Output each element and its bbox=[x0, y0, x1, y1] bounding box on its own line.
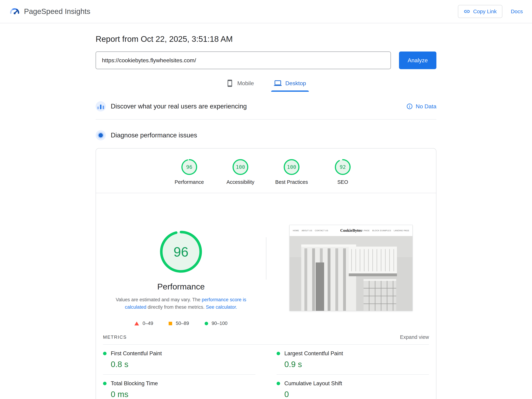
no-data-label: No Data bbox=[416, 103, 436, 110]
no-data-link[interactable]: No Data bbox=[406, 103, 436, 110]
score-value: 100 bbox=[232, 159, 249, 175]
score-performance[interactable]: 96 Performance bbox=[169, 159, 209, 185]
screenshot-site-header: HOME ABOUT US CONTACT US CookieBytes PRI… bbox=[290, 225, 412, 236]
legend-label: 50–89 bbox=[176, 321, 189, 326]
score-gauge: 92 bbox=[335, 159, 351, 175]
expand-view-button[interactable]: Expand view bbox=[400, 334, 429, 340]
metric-name: Largest Contentful Paint bbox=[284, 350, 343, 357]
score-best-practices[interactable]: 100 Best Practices bbox=[271, 159, 312, 185]
screenshot-nav-item: HOME bbox=[293, 229, 299, 232]
see-calculator-link[interactable]: See calculator. bbox=[206, 304, 237, 310]
score-value: 92 bbox=[335, 159, 351, 175]
performance-panel: 96 Performance Values are estimated and … bbox=[96, 193, 436, 326]
score-accessibility[interactable]: 100 Accessibility bbox=[220, 159, 261, 185]
screenshot-nav-item: PRICING PAGE bbox=[355, 229, 370, 232]
app-logo-link[interactable]: PageSpeed Insights bbox=[9, 6, 90, 17]
performance-gauge: 96 bbox=[159, 230, 203, 274]
metric-cumulative-layout-shift[interactable]: Cumulative Layout Shift 0 bbox=[277, 375, 429, 399]
laptop-icon bbox=[274, 79, 282, 87]
performance-gauge-column: 96 Performance Values are estimated and … bbox=[96, 193, 266, 326]
legend-average: 50–89 bbox=[169, 321, 189, 326]
link-icon bbox=[463, 8, 470, 15]
score-disclaimer: Values are estimated and may vary. The p… bbox=[112, 296, 250, 311]
metric-value: 0 ms bbox=[111, 389, 255, 399]
url-form: Analyze bbox=[96, 51, 436, 69]
score-gauge: 100 bbox=[283, 159, 300, 175]
metric-value: 0 bbox=[284, 389, 429, 399]
screenshot-nav-item: ABOUT US bbox=[302, 229, 312, 232]
field-data-icon bbox=[96, 101, 106, 112]
metric-name: First Contentful Paint bbox=[111, 350, 162, 357]
lab-data-section: Diagnose performance issues bbox=[96, 130, 436, 140]
field-data-section: Discover what your real users are experi… bbox=[96, 101, 436, 120]
score-seo[interactable]: 92 SEO bbox=[323, 159, 363, 185]
metric-name: Cumulative Layout Shift bbox=[284, 380, 342, 387]
metrics-section: METRICS Expand view First Contentful Pai… bbox=[96, 334, 436, 399]
metric-value: 0.9 s bbox=[284, 360, 429, 369]
performance-score-value: 96 bbox=[159, 230, 203, 274]
green-circle-icon bbox=[103, 352, 107, 355]
app-title: PageSpeed Insights bbox=[24, 7, 90, 16]
info-icon bbox=[406, 103, 413, 110]
metric-first-contentful-paint[interactable]: First Contentful Paint 0.8 s bbox=[103, 345, 255, 375]
copy-link-label: Copy Link bbox=[473, 8, 497, 14]
green-circle-icon bbox=[103, 382, 107, 385]
docs-link[interactable]: Docs bbox=[511, 8, 523, 14]
screenshot-nav-item: LANDING PAGE bbox=[394, 229, 409, 232]
screenshot-column: HOME ABOUT US CONTACT US CookieBytes PRI… bbox=[266, 193, 436, 326]
metric-value: 0.8 s bbox=[111, 360, 255, 369]
score-gauge: 96 bbox=[181, 159, 197, 175]
building-photo bbox=[290, 236, 412, 311]
green-circle-icon bbox=[277, 382, 280, 385]
smartphone-icon bbox=[226, 79, 234, 87]
metrics-title: METRICS bbox=[103, 335, 127, 340]
score-label: SEO bbox=[337, 179, 348, 185]
score-label: Accessibility bbox=[227, 179, 254, 185]
category-scores: 96 Performance 100 Accessibility bbox=[96, 149, 436, 193]
screenshot-nav-item: CONTACT US bbox=[315, 229, 328, 232]
device-tabs: Mobile Desktop bbox=[96, 76, 436, 92]
score-label: Performance bbox=[175, 179, 204, 185]
header-actions: Copy Link Docs bbox=[458, 5, 523, 18]
disclaimer-text: directly from these metrics. bbox=[146, 304, 206, 310]
analyze-button[interactable]: Analyze bbox=[399, 51, 436, 69]
metric-largest-contentful-paint[interactable]: Largest Contentful Paint 0.9 s bbox=[277, 345, 429, 375]
legend-pass: 90–100 bbox=[205, 321, 228, 326]
url-input[interactable] bbox=[96, 51, 391, 69]
metrics-header: METRICS Expand view bbox=[103, 334, 429, 345]
screenshot-nav-item: BLOCK EXAMPLES bbox=[372, 229, 391, 232]
screenshot-nav-left: HOME ABOUT US CONTACT US bbox=[293, 229, 331, 232]
lab-data-icon bbox=[96, 130, 106, 140]
panel-divider bbox=[266, 237, 266, 279]
page-screenshot: HOME ABOUT US CONTACT US CookieBytes PRI… bbox=[290, 225, 412, 311]
metric-total-blocking-time[interactable]: Total Blocking Time 0 ms bbox=[103, 375, 255, 399]
score-value: 100 bbox=[283, 159, 300, 175]
lab-data-title: Diagnose performance issues bbox=[111, 132, 197, 139]
report-card: 96 Performance 100 Accessibility bbox=[96, 148, 436, 399]
report-title: Report from Oct 22, 2025, 3:51:18 AM bbox=[96, 34, 436, 44]
tab-mobile-label: Mobile bbox=[237, 80, 254, 87]
score-value: 96 bbox=[181, 159, 197, 175]
green-circle-icon bbox=[205, 322, 208, 325]
metric-name: Total Blocking Time bbox=[111, 380, 158, 387]
disclaimer-text: Values are estimated and may vary. The bbox=[116, 297, 202, 302]
score-label: Best Practices bbox=[275, 179, 308, 185]
tab-desktop-label: Desktop bbox=[285, 80, 306, 87]
performance-gauge-title: Performance bbox=[157, 282, 205, 291]
legend-label: 90–100 bbox=[212, 321, 228, 326]
score-legend: 0–49 50–89 90–100 bbox=[134, 321, 227, 326]
green-circle-icon bbox=[277, 352, 280, 355]
score-gauge: 100 bbox=[232, 159, 249, 175]
copy-link-button[interactable]: Copy Link bbox=[458, 5, 502, 18]
field-data-title: Discover what your real users are experi… bbox=[111, 103, 247, 110]
tab-mobile[interactable]: Mobile bbox=[222, 76, 258, 92]
screenshot-nav-right: PRICING PAGE BLOCK EXAMPLES LANDING PAGE bbox=[371, 229, 409, 232]
tab-desktop[interactable]: Desktop bbox=[270, 76, 310, 92]
legend-fail: 0–49 bbox=[134, 321, 153, 326]
legend-label: 0–49 bbox=[143, 321, 153, 326]
metrics-grid: First Contentful Paint 0.8 s Largest Con… bbox=[103, 345, 429, 399]
pagespeed-logo-icon bbox=[9, 6, 20, 17]
main-content: Report from Oct 22, 2025, 3:51:18 AM Ana… bbox=[96, 34, 436, 399]
red-triangle-icon bbox=[134, 322, 139, 325]
app-header: PageSpeed Insights Copy Link Docs bbox=[0, 0, 532, 23]
